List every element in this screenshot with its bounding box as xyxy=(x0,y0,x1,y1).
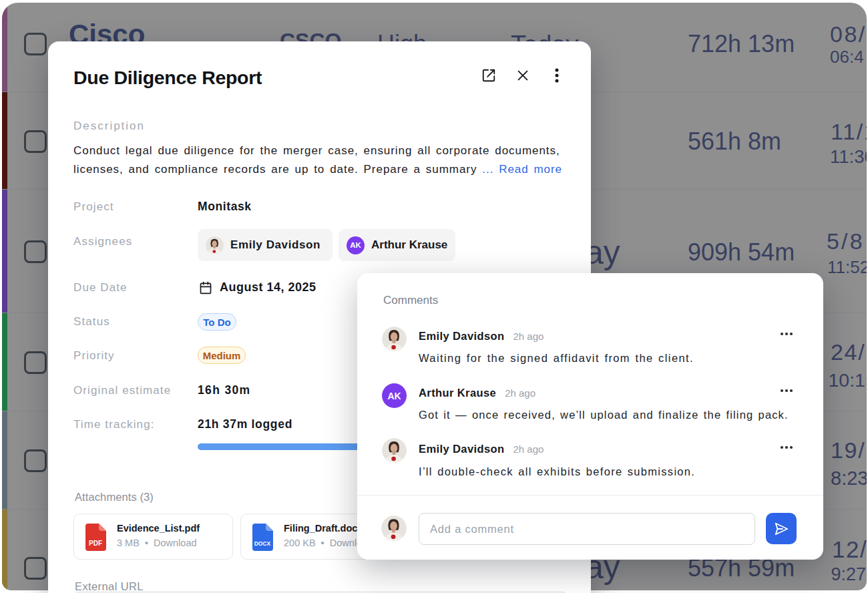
svg-text:DOCX: DOCX xyxy=(254,540,271,547)
svg-text:PDF: PDF xyxy=(89,540,102,547)
